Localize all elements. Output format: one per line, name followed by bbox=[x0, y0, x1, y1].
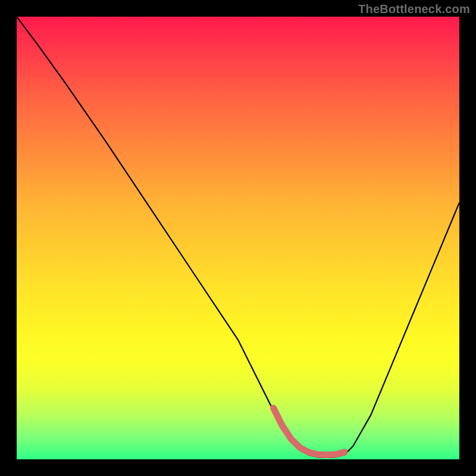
chart-frame: TheBottleneck.com bbox=[0, 0, 476, 476]
valley-marker bbox=[274, 408, 345, 455]
valley-marker-end-dot bbox=[341, 449, 348, 456]
curve-svg bbox=[17, 17, 459, 459]
bottleneck-curve bbox=[17, 17, 459, 458]
plot-area bbox=[17, 17, 459, 459]
watermark-text: TheBottleneck.com bbox=[358, 2, 470, 16]
